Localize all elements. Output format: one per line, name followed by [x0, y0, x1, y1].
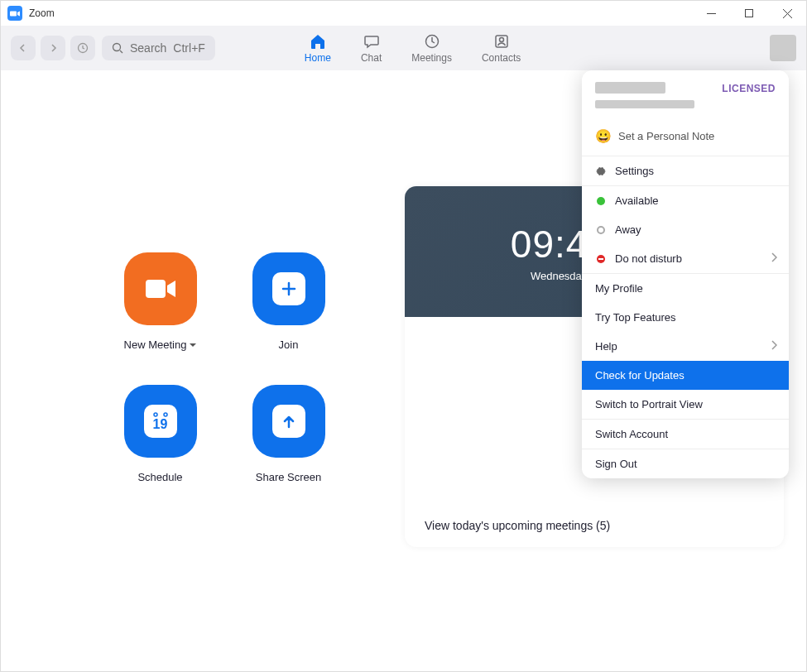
menu-switch-account[interactable]: Switch Account — [582, 420, 789, 449]
upcoming-meetings-link[interactable]: View today's upcoming meetings (5) — [425, 519, 610, 532]
action-schedule[interactable]: 19 Schedule — [96, 385, 224, 517]
menu-personal-note[interactable]: 😀 Set a Personal Note — [582, 118, 789, 156]
user-name-redacted — [595, 82, 665, 94]
gear-icon — [595, 166, 607, 177]
menu-check-updates[interactable]: Check for Updates — [582, 361, 789, 390]
action-share-screen[interactable]: Share Screen — [224, 385, 353, 517]
menu-my-profile[interactable]: My Profile — [582, 274, 789, 303]
back-button[interactable] — [11, 36, 36, 60]
video-icon — [124, 252, 197, 325]
menu-help[interactable]: Help — [582, 332, 789, 361]
status-dnd-icon — [597, 255, 605, 263]
minimize-button[interactable] — [692, 1, 730, 26]
window-title: Zoom — [29, 7, 692, 19]
window-controls — [692, 1, 806, 26]
main-content: New Meeting Join 19 Schedule Share Scree… — [1, 70, 806, 671]
plus-icon — [252, 252, 325, 325]
search-icon — [112, 42, 123, 54]
menu-switch-portrait[interactable]: Switch to Portrait View — [582, 390, 789, 419]
svg-rect-0 — [745, 9, 752, 17]
menu-sign-out[interactable]: Sign Out — [582, 449, 789, 478]
menu-status-available[interactable]: Available — [582, 186, 789, 215]
chevron-right-icon — [771, 340, 777, 353]
contacts-icon — [492, 32, 511, 50]
status-available-icon — [597, 197, 605, 205]
search-box[interactable]: Search Ctrl+F — [102, 36, 215, 60]
tab-home[interactable]: Home — [305, 32, 331, 64]
tab-contacts[interactable]: Contacts — [482, 32, 521, 64]
action-join[interactable]: Join — [224, 252, 353, 385]
svg-rect-6 — [146, 280, 166, 298]
svg-point-2 — [113, 44, 121, 51]
profile-avatar-button[interactable] — [770, 35, 796, 61]
chevron-down-icon — [190, 343, 196, 350]
titlebar: Zoom — [1, 1, 806, 26]
svg-point-8 — [164, 413, 167, 416]
menu-header: LICENSED — [582, 70, 789, 118]
action-new-meeting[interactable]: New Meeting — [96, 252, 224, 385]
zoom-logo-icon — [7, 6, 22, 21]
search-label: Search — [130, 41, 166, 55]
user-email-redacted — [595, 100, 694, 108]
license-badge: LICENSED — [722, 83, 776, 94]
toolbar: Search Ctrl+F Home Chat Meetings Contact… — [1, 26, 806, 70]
maximize-button[interactable] — [730, 1, 768, 26]
forward-button[interactable] — [41, 36, 65, 60]
svg-point-7 — [154, 413, 157, 416]
close-button[interactable] — [768, 1, 806, 26]
tab-meetings[interactable]: Meetings — [411, 32, 452, 64]
menu-settings[interactable]: Settings — [582, 156, 789, 185]
svg-point-5 — [499, 38, 503, 42]
menu-status-away[interactable]: Away — [582, 215, 789, 244]
search-shortcut: Ctrl+F — [173, 41, 205, 55]
share-up-icon — [252, 385, 325, 458]
status-away-icon — [597, 226, 605, 234]
clock-icon — [423, 32, 441, 50]
profile-menu: LICENSED 😀 Set a Personal Note Settings … — [582, 70, 789, 478]
smile-icon: 😀 — [595, 128, 612, 144]
chat-icon — [363, 32, 381, 50]
tab-chat[interactable]: Chat — [361, 32, 382, 64]
menu-try-top-features[interactable]: Try Top Features — [582, 303, 789, 332]
home-icon — [309, 32, 327, 50]
calendar-icon: 19 — [124, 385, 197, 458]
history-button[interactable] — [70, 36, 95, 60]
action-grid: New Meeting Join 19 Schedule Share Scree… — [96, 252, 353, 517]
menu-status-dnd[interactable]: Do not disturb — [582, 244, 789, 273]
chevron-right-icon — [771, 252, 777, 265]
